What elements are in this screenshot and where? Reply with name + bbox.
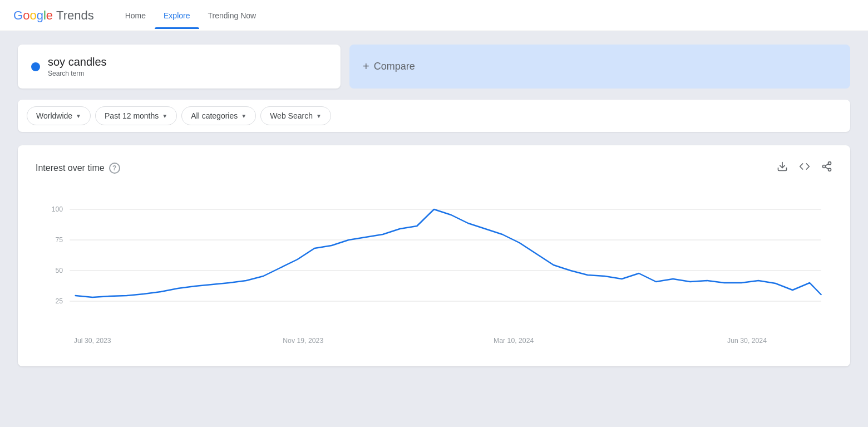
- search-term-card: soy candles Search term: [18, 45, 341, 89]
- category-chevron-icon: ▼: [241, 113, 246, 119]
- svg-text:100: 100: [52, 205, 63, 213]
- main-nav: Home Explore Trending Now: [116, 2, 265, 29]
- search-term-name: soy candles: [48, 56, 107, 68]
- svg-text:75: 75: [55, 236, 63, 244]
- main-content: soy candles Search term + Compare Worldw…: [0, 31, 868, 380]
- location-chevron-icon: ▼: [76, 113, 81, 119]
- search-type-filter-label: Web Search: [270, 111, 313, 120]
- chart-svg: 100 75 50 25 Jul 30, 2023 Nov 19, 2023 M…: [36, 193, 832, 349]
- trends-text: Trends: [56, 8, 94, 23]
- location-filter-label: Worldwide: [36, 111, 72, 120]
- term-dot-indicator: [31, 62, 40, 71]
- chart-title-row: Interest over time ?: [36, 163, 120, 174]
- embed-icon[interactable]: [799, 161, 810, 175]
- nav-home[interactable]: Home: [116, 2, 155, 29]
- svg-text:25: 25: [55, 297, 63, 305]
- svg-text:Mar 10, 2024: Mar 10, 2024: [494, 337, 534, 345]
- download-icon[interactable]: [777, 161, 788, 175]
- svg-text:Nov 19, 2023: Nov 19, 2023: [283, 337, 323, 345]
- header: Google Trends Home Explore Trending Now: [0, 0, 868, 31]
- search-type-filter[interactable]: Web Search ▼: [260, 106, 331, 125]
- chart-container: 100 75 50 25 Jul 30, 2023 Nov 19, 2023 M…: [36, 193, 832, 351]
- interest-over-time-card: Interest over time ?: [18, 145, 850, 366]
- svg-line-5: [825, 164, 828, 165]
- chart-header: Interest over time ?: [36, 161, 832, 175]
- search-section: soy candles Search term + Compare: [18, 45, 850, 89]
- time-filter-label: Past 12 months: [105, 111, 159, 120]
- search-term-type: Search term: [48, 70, 107, 77]
- category-filter-label: All categories: [191, 111, 238, 120]
- time-filter[interactable]: Past 12 months ▼: [95, 106, 177, 125]
- nav-explore[interactable]: Explore: [155, 2, 199, 29]
- share-icon[interactable]: [821, 161, 832, 175]
- location-filter[interactable]: Worldwide ▼: [27, 106, 91, 125]
- svg-text:Jul 30, 2023: Jul 30, 2023: [74, 337, 111, 345]
- nav-trending-now[interactable]: Trending Now: [199, 2, 265, 29]
- svg-text:50: 50: [55, 267, 63, 274]
- svg-text:Jun 30, 2024: Jun 30, 2024: [727, 337, 767, 345]
- chart-actions: [777, 161, 832, 175]
- google-trends-logo: Google Trends: [13, 8, 94, 23]
- category-filter[interactable]: All categories ▼: [181, 106, 256, 125]
- time-chevron-icon: ▼: [162, 113, 167, 119]
- help-icon[interactable]: ?: [109, 163, 120, 174]
- svg-line-4: [825, 167, 828, 169]
- term-info: soy candles Search term: [48, 56, 107, 77]
- compare-label: Compare: [374, 61, 415, 72]
- compare-card[interactable]: + Compare: [349, 45, 850, 89]
- chart-title: Interest over time: [36, 163, 105, 173]
- logo-text: Google: [13, 8, 53, 23]
- search-type-chevron-icon: ▼: [316, 113, 322, 119]
- compare-plus-icon: +: [363, 60, 369, 73]
- filters-row: Worldwide ▼ Past 12 months ▼ All categor…: [18, 100, 850, 132]
